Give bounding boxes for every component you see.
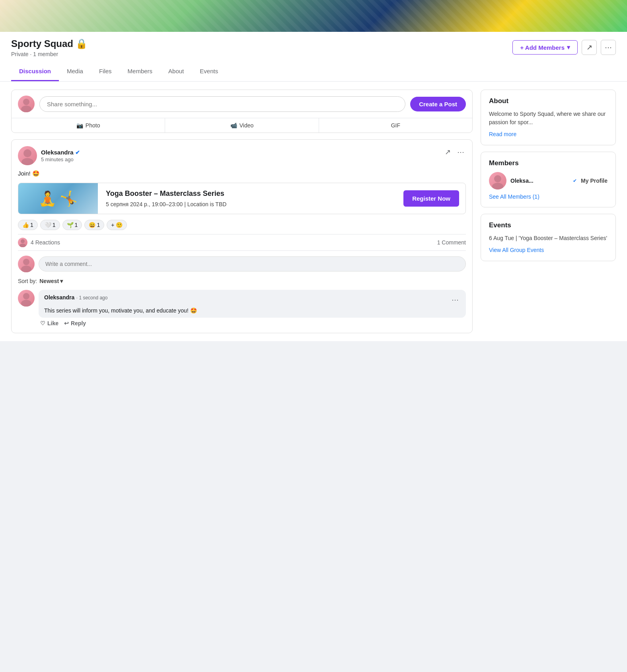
event-card: 🧘 🤸 Yoga Booster – Masterclass Series 5 … xyxy=(18,183,466,214)
smile-emoji: 😀 xyxy=(89,222,95,228)
reactions-summary: 4 Reactions 1 Comment xyxy=(18,234,466,251)
tab-members[interactable]: Members xyxy=(120,62,161,81)
svg-point-5 xyxy=(19,244,26,247)
cover-image xyxy=(0,0,627,32)
share-button[interactable]: ↗ xyxy=(582,40,597,55)
nav-tabs: Discussion Media Files Members About Eve… xyxy=(11,62,616,81)
view-all-events-link[interactable]: View All Group Events xyxy=(489,247,544,253)
gif-action[interactable]: GIF xyxy=(319,118,472,133)
add-members-button[interactable]: + Add Members ▾ xyxy=(512,40,578,55)
events-title: Events xyxy=(489,221,608,229)
post-author-avatar xyxy=(18,146,37,165)
tab-about[interactable]: About xyxy=(160,62,192,81)
event-title: Yoga Booster – Masterclass Series xyxy=(106,189,395,198)
svg-point-8 xyxy=(23,293,29,299)
svg-point-0 xyxy=(23,99,29,105)
member-name: Oleksa... xyxy=(510,178,569,184)
reaction-heart[interactable]: 🤍 1 xyxy=(40,220,60,230)
event-details: Yoga Booster – Masterclass Series 5 серп… xyxy=(98,183,403,214)
heart-emoji: 🤍 xyxy=(45,222,51,228)
lock-icon: 🔒 xyxy=(76,38,88,49)
create-post-button[interactable]: Create a Post xyxy=(410,97,466,111)
group-member-count: 1 member xyxy=(33,51,58,57)
sort-dropdown[interactable]: Newest ▾ xyxy=(39,278,63,284)
about-card: About Welcome to Sporty Squad, where we … xyxy=(481,90,616,145)
member-verified-icon: ✔ xyxy=(573,178,577,184)
read-more-link[interactable]: Read more xyxy=(489,131,516,137)
events-card: Events 6 Aug Tue | 'Yoga Booster – Maste… xyxy=(481,214,616,261)
my-profile-link[interactable]: My Profile xyxy=(581,178,608,184)
svg-point-2 xyxy=(23,149,31,157)
add-reaction-button[interactable]: + 🙂 xyxy=(107,220,127,230)
svg-point-9 xyxy=(21,300,31,307)
comments-count-label[interactable]: 1 Comment xyxy=(437,239,466,246)
commenter-avatar xyxy=(18,256,35,272)
verified-badge: ✔ xyxy=(75,149,80,156)
reactions-avatar xyxy=(18,238,27,247)
svg-point-1 xyxy=(21,105,31,112)
post-time: 5 minutes ago xyxy=(41,156,80,162)
group-header: Sporty Squad 🔒 Private · 1 member + Add … xyxy=(0,32,627,82)
see-all-members-link[interactable]: See All Members (1) xyxy=(489,193,608,200)
camera-icon: 📷 xyxy=(76,122,83,129)
member-row: Oleksa... ✔ My Profile xyxy=(489,172,608,189)
heart-count: 1 xyxy=(53,222,56,228)
comment-actions: ♡ Like ↩ Reply xyxy=(39,320,466,326)
sort-label: Sort by: xyxy=(18,278,37,284)
about-description: Welcome to Sporty Squad, where we share … xyxy=(489,110,608,127)
chevron-down-icon: ▾ xyxy=(60,278,63,284)
svg-point-3 xyxy=(21,158,33,165)
tab-files[interactable]: Files xyxy=(91,62,120,81)
tab-discussion[interactable]: Discussion xyxy=(11,62,59,81)
reaction-plant[interactable]: 🌱 1 xyxy=(62,220,82,230)
comment-input[interactable] xyxy=(39,256,466,272)
tab-media[interactable]: Media xyxy=(59,62,91,81)
group-title: Sporty Squad 🔒 xyxy=(11,38,88,49)
svg-point-6 xyxy=(23,259,29,265)
yoga-figure-1: 🧘 xyxy=(39,191,56,206)
reaction-smile[interactable]: 😀 1 xyxy=(84,220,104,230)
heart-icon: ♡ xyxy=(40,320,45,326)
comment-more-button[interactable]: ⋯ xyxy=(450,294,460,306)
tab-events[interactable]: Events xyxy=(192,62,226,81)
comment-time-value: 1 second ago xyxy=(79,295,107,301)
members-title: Members xyxy=(489,159,608,167)
group-meta: Private · 1 member xyxy=(11,51,88,57)
reactions-row: 👍 1 🤍 1 🌱 1 😀 1 xyxy=(18,220,466,230)
plant-count: 1 xyxy=(75,222,78,228)
smile-count: 1 xyxy=(97,222,100,228)
post-input[interactable] xyxy=(39,96,405,112)
thumbs-up-count: 1 xyxy=(30,222,33,228)
post-more-button[interactable]: ⋯ xyxy=(456,146,466,158)
about-title: About xyxy=(489,97,608,105)
comment-author-name: Oleksandra xyxy=(44,294,74,301)
member-avatar xyxy=(489,172,506,189)
comment-input-row xyxy=(18,256,466,272)
yoga-figure-2: 🤸 xyxy=(60,191,78,206)
comment: Oleksandra · 1 second ago ⋯ This series … xyxy=(18,290,466,326)
comment-body: Oleksandra · 1 second ago ⋯ This series … xyxy=(39,290,466,326)
more-icon: ⋯ xyxy=(605,43,612,52)
add-members-label: + Add Members xyxy=(520,44,565,51)
photo-action[interactable]: 📷 Photo xyxy=(12,118,165,133)
post-text: Join! 🤩 xyxy=(18,170,466,177)
reaction-thumbs-up[interactable]: 👍 1 xyxy=(18,220,38,230)
reply-button[interactable]: ↩ Reply xyxy=(64,320,86,326)
reply-icon: ↩ xyxy=(64,320,69,326)
group-title-text: Sporty Squad xyxy=(11,38,73,49)
video-icon: 📹 xyxy=(230,122,237,129)
post-card: Oleksandra ✔ 5 minutes ago ↗ ⋯ Join! 🤩 xyxy=(11,139,473,333)
event-image: 🧘 🤸 xyxy=(18,183,98,214)
register-now-button[interactable]: Register Now xyxy=(403,190,459,207)
thumbs-up-emoji: 👍 xyxy=(22,222,29,228)
video-action[interactable]: 📹 Video xyxy=(165,118,319,133)
feed-column: Create a Post 📷 Photo 📹 Video GIF xyxy=(11,90,473,333)
like-button[interactable]: ♡ Like xyxy=(40,320,58,326)
comment-avatar xyxy=(18,290,35,307)
reactions-count-label: 4 Reactions xyxy=(31,239,60,246)
group-privacy: Private xyxy=(11,51,29,57)
post-share-button[interactable]: ↗ xyxy=(443,146,452,158)
svg-point-7 xyxy=(21,266,31,272)
more-options-button[interactable]: ⋯ xyxy=(601,40,616,55)
svg-point-4 xyxy=(21,239,25,243)
